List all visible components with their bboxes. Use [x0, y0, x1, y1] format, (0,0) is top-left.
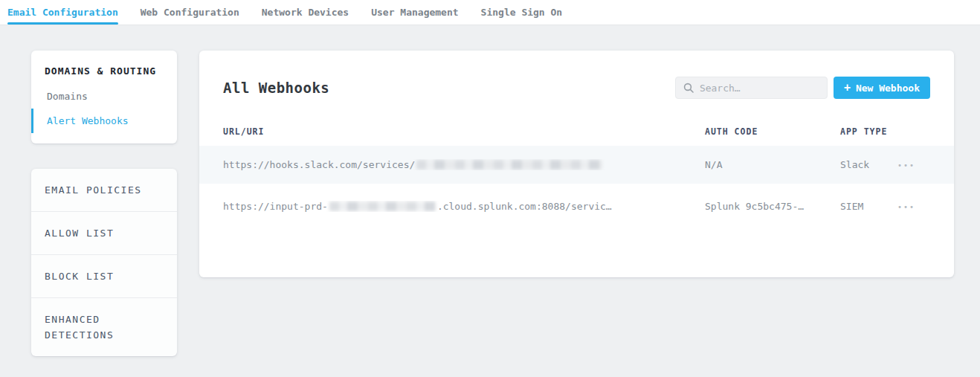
domains-routing-title: DOMAINS & ROUTING	[31, 62, 177, 84]
webhooks-card: All Webhooks + New Webhook URL/URI A	[199, 51, 954, 277]
page: Email Configuration Web Configuration Ne…	[0, 0, 980, 377]
url-prefix: https://hooks.slack.com/services/	[223, 159, 415, 170]
page-title: All Webhooks	[223, 77, 329, 99]
search-box[interactable]	[675, 77, 828, 99]
sidebar-item-enhanced-detections[interactable]: ENHANCED DETECTIONS	[31, 297, 177, 356]
sidebar-item-label: EMAIL POLICIES	[45, 184, 142, 196]
header-actions: + New Webhook	[675, 77, 930, 99]
table-header-row: URL/URI AUTH CODE APP TYPE	[199, 125, 954, 138]
column-header-url-uri: URL/URI	[223, 126, 705, 137]
row-menu-cell: •••	[897, 159, 930, 170]
new-webhook-label: New Webhook	[856, 83, 920, 94]
sidebar-item-label: BLOCK LIST	[45, 271, 114, 282]
tab-label: Web Configuration	[141, 7, 239, 18]
sidebar-item-block-list[interactable]: BLOCK LIST	[31, 254, 177, 297]
plus-icon: +	[844, 83, 851, 94]
sidebar-item-label: Domains	[47, 91, 88, 102]
sidebar-item-alert-webhooks[interactable]: Alert Webhooks	[31, 109, 177, 133]
auth-code-cell: N/A	[705, 159, 840, 170]
tab-email-configuration[interactable]: Email Configuration	[7, 0, 118, 25]
sidebar-item-label: Alert Webhooks	[47, 115, 129, 126]
url-suffix: .cloud.splunk.com:8088/servic…	[437, 201, 612, 212]
redacted-url-segment	[329, 202, 436, 211]
search-icon	[683, 83, 694, 93]
new-webhook-button[interactable]: + New Webhook	[834, 77, 930, 99]
tab-label: User Management	[371, 7, 458, 18]
sidebar-item-label: ENHANCED DETECTIONS	[45, 314, 114, 341]
tab-web-configuration[interactable]: Web Configuration	[141, 0, 239, 25]
table-row-slack-webhook[interactable]: https://hooks.slack.com/services/ N/A Sl…	[199, 146, 954, 184]
sidebar-item-email-policies[interactable]: EMAIL POLICIES	[31, 169, 177, 211]
table-row-splunk-webhook[interactable]: https://input-prd- .cloud.splunk.com:808…	[199, 184, 954, 228]
url-cell: https://input-prd- .cloud.splunk.com:808…	[223, 201, 705, 212]
redacted-url-segment	[416, 160, 602, 170]
sidebar-sections-card: EMAIL POLICIES ALLOW LIST BLOCK LIST ENH…	[31, 169, 177, 356]
app-type-cell: SIEM	[840, 201, 897, 212]
tab-single-sign-on[interactable]: Single Sign On	[481, 0, 563, 25]
tab-label: Network Devices	[262, 7, 349, 18]
tab-label: Email Configuration	[7, 7, 118, 18]
tab-label: Single Sign On	[481, 7, 563, 18]
tab-network-devices[interactable]: Network Devices	[262, 0, 349, 25]
column-header-app-type: APP TYPE	[840, 126, 897, 137]
sidebar-item-label: ALLOW LIST	[45, 228, 114, 239]
app-type-cell: Slack	[840, 159, 897, 170]
sidebar-item-allow-list[interactable]: ALLOW LIST	[31, 211, 177, 254]
ellipsis-menu-icon[interactable]: •••	[897, 161, 915, 170]
ellipsis-menu-icon[interactable]: •••	[897, 203, 915, 211]
top-nav: Email Configuration Web Configuration Ne…	[0, 0, 980, 25]
column-header-auth-code: AUTH CODE	[705, 126, 840, 137]
url-cell: https://hooks.slack.com/services/	[223, 159, 705, 170]
webhooks-table: URL/URI AUTH CODE APP TYPE https://hooks…	[199, 125, 954, 228]
auth-code-cell: Splunk 9c5bc475-…	[705, 201, 840, 212]
row-menu-cell: •••	[897, 201, 930, 212]
url-prefix: https://input-prd-	[223, 201, 328, 212]
domains-routing-card: DOMAINS & ROUTING Domains Alert Webhooks	[31, 51, 177, 144]
search-input[interactable]	[700, 83, 819, 94]
sidebar-item-domains[interactable]: Domains	[31, 84, 177, 109]
webhooks-header: All Webhooks + New Webhook	[199, 77, 954, 99]
tab-user-management[interactable]: User Management	[371, 0, 458, 25]
